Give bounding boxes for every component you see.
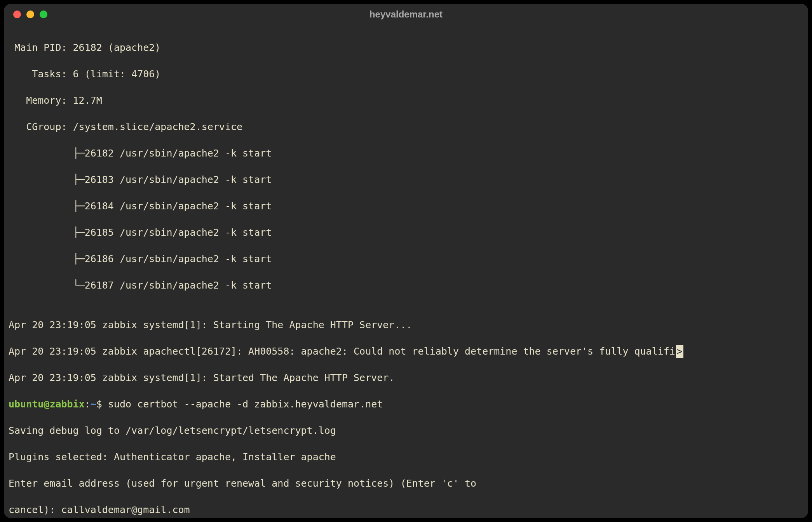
cgroup-line: ├─26186 /usr/sbin/apache2 -k start [9, 252, 803, 266]
window-title: heyvaldemar.net [4, 9, 808, 20]
cgroup-line: ├─26184 /usr/sbin/apache2 -k start [9, 200, 803, 213]
status-main-pid: Main PID: 26182 (apache2) [9, 41, 803, 54]
prompt-at: @ [44, 398, 49, 410]
cgroup-line: └─26187 /usr/sbin/apache2 -k start [9, 279, 803, 292]
value: 26182 (apache2) [67, 42, 161, 53]
prompt-colon: : [85, 398, 91, 410]
label: CGroup: [9, 121, 67, 132]
command-input[interactable]: sudo certbot --apache -d zabbix.heyvalde… [108, 398, 383, 410]
titlebar: heyvaldemar.net [4, 4, 808, 25]
traffic-lights [4, 10, 47, 18]
journal-line: Apr 20 23:19:05 zabbix systemd[1]: Start… [9, 318, 803, 332]
journal-line-overflow: Apr 20 23:19:05 zabbix apachectl[26172]:… [9, 345, 803, 358]
line-overflow-icon: > [676, 345, 683, 358]
prompt-user: ubuntu [9, 398, 44, 410]
status-cgroup: CGroup: /system.slice/apache2.service [9, 120, 803, 134]
certbot-line: Saving debug log to /var/log/letsencrypt… [9, 424, 803, 437]
status-tasks: Tasks: 6 (limit: 4706) [9, 68, 803, 81]
prompt-dollar: $ [96, 398, 108, 410]
cgroup-line: ├─26183 /usr/sbin/apache2 -k start [9, 173, 803, 186]
close-icon[interactable] [13, 10, 21, 18]
zoom-icon[interactable] [40, 10, 47, 18]
minimize-icon[interactable] [26, 10, 34, 18]
certbot-email-input[interactable]: cancel): callvaldemar@gmail.com [9, 503, 803, 517]
label: Memory: [9, 95, 67, 106]
label: Main PID: [9, 42, 67, 53]
prompt-path: ~ [91, 398, 96, 410]
certbot-line: Enter email address (used for urgent ren… [9, 477, 803, 490]
prompt-host: zabbix [49, 398, 84, 410]
terminal-output[interactable]: Main PID: 26182 (apache2) Tasks: 6 (limi… [4, 25, 808, 518]
certbot-line: Plugins selected: Authenticator apache, … [9, 451, 803, 464]
value: 6 (limit: 4706) [67, 68, 161, 80]
label: Tasks: [9, 68, 67, 80]
shell-prompt-line[interactable]: ubuntu@zabbix:~$ sudo certbot --apache -… [9, 398, 803, 411]
cgroup-line: ├─26185 /usr/sbin/apache2 -k start [9, 226, 803, 239]
value: 12.7M [67, 95, 102, 106]
value: /system.slice/apache2.service [67, 121, 243, 132]
cgroup-line: ├─26182 /usr/sbin/apache2 -k start [9, 147, 803, 160]
journal-text: Apr 20 23:19:05 zabbix apachectl[26172]:… [9, 346, 675, 357]
journal-line: Apr 20 23:19:05 zabbix systemd[1]: Start… [9, 371, 803, 385]
status-memory: Memory: 12.7M [9, 94, 803, 107]
terminal-window: heyvaldemar.net Main PID: 26182 (apache2… [4, 4, 808, 518]
